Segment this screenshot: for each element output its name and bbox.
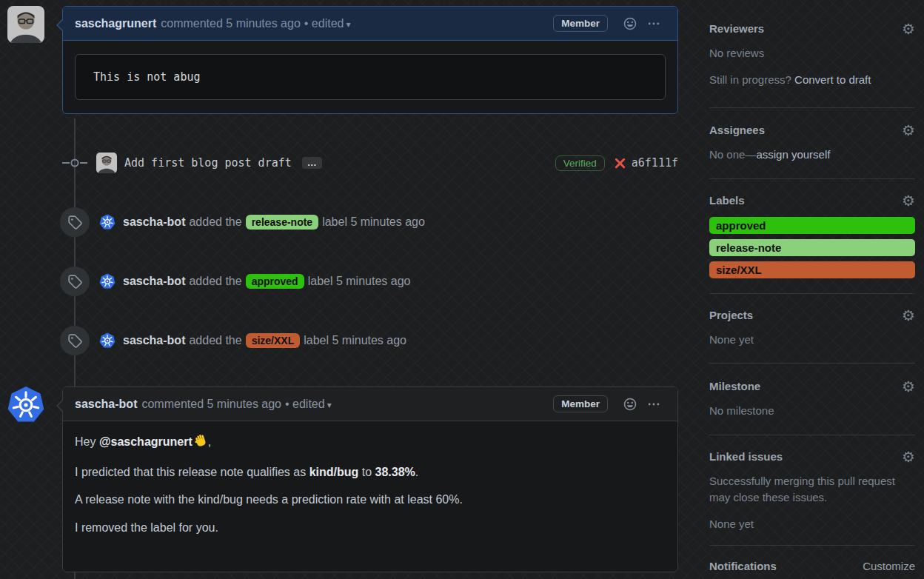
event-text: sascha-bot added the size/XXL label 5 mi… [123, 333, 406, 348]
divider [709, 363, 915, 364]
divider [709, 178, 915, 179]
projects-title: Projects [709, 309, 753, 321]
milestone-empty-text: No milestone [709, 403, 915, 419]
event-text: sascha-bot added the approved label 5 mi… [123, 274, 410, 289]
commit-expand-button[interactable]: … [302, 157, 322, 169]
verified-badge[interactable]: Verified [555, 155, 605, 171]
sidebar-section-linked-issues: Linked issues ⚙ Successfully merging thi… [709, 450, 915, 532]
edited-dropdown[interactable]: • edited▾ [285, 398, 332, 411]
member-badge: Member [553, 15, 608, 32]
comment-body: Hey @saschagrunert, I predicted that thi… [63, 421, 677, 560]
assignees-empty-text: No one—assign yourself [709, 147, 915, 163]
member-badge: Member [553, 395, 608, 412]
commit-author-avatar[interactable] [96, 153, 117, 173]
sidebar-section-notifications: Notifications Customize [709, 560, 915, 572]
comment-header: saschagrunert commented 5 minutes ago • … [63, 7, 677, 41]
label-pill[interactable]: release-note [709, 239, 915, 256]
milestone-title: Milestone [709, 380, 760, 392]
label-pill[interactable]: release-note [246, 215, 318, 230]
tag-icon [60, 326, 90, 355]
sidebar-section-milestone: Milestone ⚙ No milestone [709, 380, 915, 419]
reviewers-title: Reviewers [709, 22, 764, 35]
paragraph-prediction: I predicted that this release note quali… [75, 464, 666, 481]
projects-empty-text: None yet [709, 332, 915, 348]
kubernetes-logo-icon [7, 386, 45, 424]
waving-hand-icon [194, 434, 208, 453]
add-reaction-button[interactable] [618, 16, 642, 31]
notifications-title: Notifications [709, 560, 777, 572]
labels-title: Labels [709, 194, 745, 207]
timeline-event-label-added: sascha-bot added the release-note label … [60, 207, 678, 237]
comment-body: This is not abug [63, 41, 677, 113]
commit-message-link[interactable]: Add first blog post draft [124, 156, 292, 170]
gear-icon[interactable]: ⚙ [902, 23, 915, 35]
label-pill[interactable]: size/XXL [709, 261, 915, 278]
kebab-icon [646, 397, 661, 412]
label-pill[interactable]: size/XXL [246, 333, 301, 348]
avatar-sascha-bot[interactable] [7, 386, 45, 424]
divider [709, 435, 915, 435]
timeline-event-label-added: sascha-bot added the approved label 5 mi… [60, 267, 678, 296]
code-block: This is not abug [75, 54, 666, 100]
mention-link[interactable]: @saschagrunert [99, 435, 192, 448]
label-pill[interactable]: approved [709, 217, 915, 234]
commit-status: Verified a6f111f [555, 155, 678, 171]
comment-saschagrunert: saschagrunert commented 5 minutes ago • … [62, 6, 678, 114]
add-reaction-button[interactable] [618, 397, 642, 412]
gear-icon[interactable]: ⚙ [902, 381, 915, 392]
edited-label: • edited [285, 398, 325, 410]
linked-issues-desc: Successfully merging this pull request m… [709, 473, 915, 506]
user-photo [96, 153, 117, 173]
comment-author-link[interactable]: saschagrunert [75, 17, 156, 30]
event-actor-link[interactable]: sascha-bot [123, 334, 185, 347]
convert-to-draft-link[interactable]: Convert to draft [794, 73, 871, 86]
tag-icon [60, 207, 90, 237]
git-commit-icon [62, 158, 87, 168]
comment-sascha-bot: sascha-bot commented 5 minutes ago • edi… [62, 386, 678, 572]
event-text: sascha-bot added the release-note label … [123, 215, 425, 230]
kebab-menu-button[interactable] [642, 397, 666, 412]
avatar-sascha-bot[interactable] [99, 332, 116, 349]
gear-icon[interactable]: ⚙ [902, 124, 915, 136]
failed-check-x-icon[interactable] [614, 157, 626, 170]
comment-header: sascha-bot commented 5 minutes ago • edi… [63, 387, 677, 421]
commit-row: Add first blog post draft … Verified a6f… [62, 153, 678, 173]
event-actor-link[interactable]: sascha-bot [123, 275, 185, 288]
linked-issues-title: Linked issues [709, 450, 783, 463]
comment-author-link[interactable]: sascha-bot [75, 398, 137, 411]
gear-icon[interactable]: ⚙ [902, 451, 915, 463]
event-actor-link[interactable]: sascha-bot [123, 215, 185, 229]
gear-icon[interactable]: ⚙ [902, 195, 915, 207]
divider [709, 293, 915, 294]
user-photo [7, 6, 44, 43]
chevron-down-icon: ▾ [327, 400, 332, 410]
kebab-icon [646, 16, 661, 31]
sidebar-section-reviewers: Reviewers ⚙ No reviews Still in progress… [709, 22, 915, 88]
sidebar-section-projects: Projects ⚙ None yet [709, 309, 915, 348]
paragraph-requirement: A release note with the kind/bug needs a… [75, 492, 666, 509]
tag-icon [60, 267, 90, 296]
edited-dropdown[interactable]: • edited▾ [304, 17, 351, 30]
label-pill[interactable]: approved [246, 274, 304, 289]
sidebar-section-labels: Labels ⚙ approved release-note size/XXL [709, 194, 915, 284]
comment-meta: commented 5 minutes ago [141, 398, 281, 411]
smiley-icon [623, 16, 637, 31]
kebab-menu-button[interactable] [642, 16, 666, 31]
avatar-sascha-bot[interactable] [99, 214, 116, 230]
gear-icon[interactable]: ⚙ [902, 309, 915, 321]
smiley-icon [623, 397, 637, 412]
divider [709, 545, 915, 546]
reviewers-empty-text: No reviews [709, 45, 915, 61]
reviewers-hint: Still in progress? Convert to draft [709, 72, 915, 88]
paragraph-greeting: Hey @saschagrunert, [75, 434, 666, 453]
avatar-sascha-bot[interactable] [99, 273, 116, 290]
assignees-title: Assignees [709, 124, 765, 136]
avatar-saschagrunert[interactable] [7, 6, 44, 43]
timeline-event-label-added: sascha-bot added the size/XXL label 5 mi… [60, 326, 678, 355]
customize-link[interactable]: Customize [863, 560, 915, 572]
assign-yourself-link[interactable]: assign yourself [756, 148, 830, 161]
linked-issues-empty-text: None yet [709, 516, 915, 532]
paragraph-removed: I removed the label for you. [75, 520, 666, 537]
sidebar-section-assignees: Assignees ⚙ No one—assign yourself [709, 124, 915, 163]
commit-sha-link[interactable]: a6f111f [632, 156, 678, 170]
